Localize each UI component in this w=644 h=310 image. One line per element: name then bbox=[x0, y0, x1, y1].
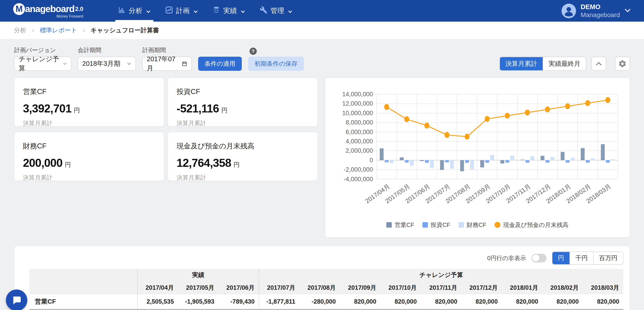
svg-text:10,000,000: 10,000,000 bbox=[342, 110, 373, 116]
legend-bar-swatch-icon bbox=[386, 222, 392, 228]
chevron-down-icon bbox=[624, 9, 631, 14]
chevron-down-icon bbox=[194, 7, 198, 15]
breadcrumb-separator-icon: › bbox=[32, 26, 34, 34]
nav-item-label: 分析 bbox=[129, 6, 142, 16]
legend-bar-swatch-icon bbox=[458, 222, 464, 228]
breadcrumb-link-standard-reports[interactable]: 標準レポート bbox=[40, 26, 77, 34]
month-column-header: 2017/10月 bbox=[380, 281, 421, 294]
brand-logo[interactable]: M anageboard 2.0 Money Forward bbox=[13, 3, 84, 19]
unit-option-million-yen[interactable]: 百万円 bbox=[593, 252, 623, 264]
breadcrumb: 分析 › 標準レポート › キャッシュフロー計算書 bbox=[0, 22, 644, 39]
table-cell: 820,000 bbox=[583, 294, 623, 309]
chat-launcher-button[interactable] bbox=[6, 289, 27, 310]
kpi-value: -521,116 bbox=[176, 102, 219, 115]
table-cell: 820,000 bbox=[542, 294, 583, 309]
aggregation-mode-toggle: 決算月累計 実績最終月 bbox=[500, 57, 586, 71]
unit-option-yen[interactable]: 円 bbox=[552, 252, 570, 264]
view-controls: 決算月累計 実績最終月 bbox=[500, 57, 630, 71]
table-controls: 0円行の非表示 円 千円 百万円 bbox=[14, 246, 630, 268]
plan-period-date-input[interactable]: 2017年07月 bbox=[142, 57, 192, 71]
nav-item-results[interactable]: 実績 bbox=[205, 0, 252, 22]
chevron-down-icon bbox=[288, 7, 292, 15]
table-cell: 820,000 bbox=[502, 294, 542, 309]
legend-label: 営業CF bbox=[394, 221, 414, 229]
user-name: DEMO bbox=[580, 3, 620, 11]
table-row: 営業CF2,505,535-1,905,593-789,430-1,877,81… bbox=[29, 294, 623, 309]
fiscal-period-value: 2018年3月期 bbox=[82, 59, 120, 68]
filter-bar: 計画バージョン チャレンジ予算 会計期間 2018年3月期 計画期間 2017年… bbox=[14, 46, 630, 71]
mode-option-latest-actual[interactable]: 実績最終月 bbox=[543, 57, 586, 70]
chevron-down-icon bbox=[63, 62, 67, 65]
plan-version-label: 計画バージョン bbox=[14, 46, 71, 54]
nav-item-plan[interactable]: 計画 bbox=[158, 0, 205, 22]
nav-item-label: 計画 bbox=[176, 6, 190, 16]
collapse-panel-button[interactable] bbox=[591, 57, 606, 71]
month-column-header: 2018/02月 bbox=[542, 281, 583, 294]
chevron-down-icon bbox=[241, 7, 245, 15]
fiscal-period-select[interactable]: 2018年3月期 bbox=[78, 57, 136, 71]
nav-item-analysis[interactable]: 分析 bbox=[111, 0, 158, 22]
cashflow-table: 実績チャレンジ予算2017/04月2017/05月2017/06月2017/07… bbox=[29, 269, 623, 310]
database-icon bbox=[212, 6, 220, 16]
svg-text:12,000,000: 12,000,000 bbox=[342, 100, 373, 107]
table-body: 営業CF2,505,535-1,905,593-789,430-1,877,81… bbox=[29, 294, 623, 310]
table-cell: -1,905,593 bbox=[178, 294, 218, 309]
month-column-header: 2018/01月 bbox=[502, 281, 542, 294]
save-initial-conditions-button[interactable]: 初期条件の保存 bbox=[248, 57, 304, 71]
month-column-header: 2017/11月 bbox=[421, 281, 461, 294]
month-column-header: 2017/12月 bbox=[461, 281, 502, 294]
svg-text:-2,000,000: -2,000,000 bbox=[344, 166, 373, 173]
user-avatar-icon bbox=[562, 4, 576, 18]
hide-zero-rows-label: 0円行の非表示 bbox=[487, 254, 526, 262]
table-cell: -1,877,811 bbox=[259, 294, 299, 309]
navbar: M anageboard 2.0 Money Forward 分析 計画 bbox=[0, 0, 644, 22]
table-cell: 2,505,535 bbox=[138, 294, 178, 309]
kpi-title: 財務CF bbox=[23, 141, 155, 151]
legend-bar-swatch-icon bbox=[422, 222, 428, 228]
svg-text:0: 0 bbox=[370, 157, 373, 164]
hide-zero-rows-toggle[interactable] bbox=[532, 254, 546, 262]
calendar-icon bbox=[182, 61, 187, 67]
line-chart-icon bbox=[165, 6, 173, 16]
breadcrumb-separator-icon: › bbox=[82, 26, 85, 34]
kpi-card-operating-cf: 営業CF 3,392,701 円 決算月累計 bbox=[14, 78, 164, 126]
svg-text:2,000,000: 2,000,000 bbox=[346, 147, 373, 154]
plan-period-value: 2017年07月 bbox=[147, 55, 178, 73]
legend-item: 現金及び預金の月末残高 bbox=[494, 221, 568, 229]
breadcrumb-root[interactable]: 分析 bbox=[14, 26, 26, 34]
legend-item: 財務CF bbox=[458, 221, 486, 229]
kpi-value: 3,392,701 bbox=[23, 102, 71, 115]
kpi-caption: 決算月累計 bbox=[23, 119, 155, 127]
unit-toggle: 円 千円 百万円 bbox=[552, 251, 623, 265]
unit-option-thousand-yen[interactable]: 千円 bbox=[570, 252, 593, 264]
kpi-value: 200,000 bbox=[23, 156, 62, 170]
mode-option-cumulative[interactable]: 決算月累計 bbox=[500, 57, 543, 70]
kpi-title: 投資CF bbox=[176, 87, 309, 96]
svg-text:-4,000,000: -4,000,000 bbox=[344, 176, 373, 183]
plan-version-select[interactable]: チャレンジ予算 bbox=[14, 57, 71, 71]
toggle-knob bbox=[532, 254, 540, 262]
kpi-card-month-end-cash: 現金及び預金の月末残高 12,764,358 円 決算月累計 bbox=[168, 132, 318, 181]
table-cell: 820,000 bbox=[421, 294, 461, 309]
kpi-card-financing-cf: 財務CF 200,000 円 決算月累計 bbox=[14, 132, 164, 181]
svg-text:8,000,000: 8,000,000 bbox=[346, 119, 373, 126]
nav-item-admin[interactable]: 管理 bbox=[252, 0, 300, 22]
month-column-header: 2017/04月 bbox=[138, 281, 178, 294]
column-group-header: チャレンジ予算 bbox=[259, 269, 623, 281]
legend-label: 財務CF bbox=[467, 221, 486, 229]
user-menu[interactable]: DEMO Manageboard bbox=[562, 3, 631, 19]
brand-tagline: Money Forward bbox=[13, 14, 84, 19]
cashflow-chart-card: 14,000,00012,000,00010,000,0008,000,0006… bbox=[325, 78, 630, 238]
kpi-caption: 決算月累計 bbox=[176, 174, 309, 182]
kpi-unit: 円 bbox=[74, 106, 80, 114]
help-icon[interactable]: ? bbox=[250, 48, 257, 55]
legend-item: 投資CF bbox=[422, 221, 450, 229]
kpi-title: 現金及び預金の月末残高 bbox=[176, 141, 309, 151]
chart-legend: 営業CF投資CF財務CF現金及び預金の月末残高 bbox=[329, 221, 626, 229]
kpi-unit: 円 bbox=[221, 106, 228, 114]
table-cell: -789,430 bbox=[218, 294, 259, 309]
settings-button[interactable] bbox=[615, 57, 630, 71]
apply-conditions-button[interactable]: 条件の適用 bbox=[198, 57, 242, 71]
fiscal-period-filter: 会計期間 2018年3月期 bbox=[78, 46, 136, 71]
legend-label: 現金及び預金の月末残高 bbox=[503, 221, 568, 229]
